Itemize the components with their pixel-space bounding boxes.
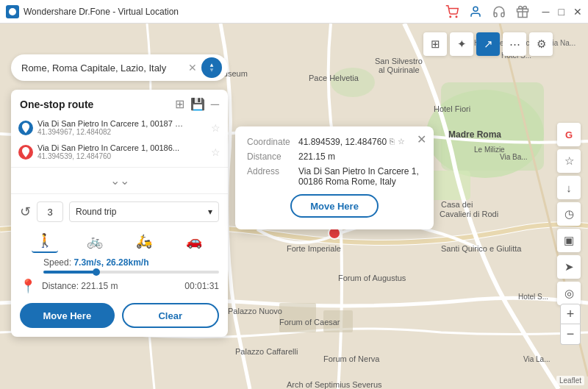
copy-icon[interactable]: ⎘ <box>390 137 395 146</box>
distance-label: Distance <box>247 151 298 162</box>
app-title: Wondershare Dr.Fone - Virtual Location <box>24 7 444 17</box>
titlebar: Wondershare Dr.Fone - Virtual Location ─… <box>0 0 588 24</box>
google-maps-button[interactable]: G <box>557 123 581 146</box>
loop-controls: ↺ 3 Round trip ▾ <box>11 197 228 226</box>
panel-divider-2 <box>11 193 228 194</box>
route-start-star[interactable]: ☆ <box>211 122 220 134</box>
svg-text:Via Ba...: Via Ba... <box>500 153 528 161</box>
route-view-button[interactable]: ↗ <box>476 32 500 56</box>
end-icon <box>18 145 33 160</box>
search-clear-button[interactable]: ✕ <box>188 62 197 74</box>
leaflet-badge: Leaflet <box>556 376 584 385</box>
svg-text:San Silvestro: San Silvestro <box>375 57 423 65</box>
map-toolbar: ⊞ ✦ ↗ ⋯ ⚙ <box>423 32 553 56</box>
svg-text:Palazzo Nuovo: Palazzo Nuovo <box>228 307 282 315</box>
svg-text:Pace Helvetia: Pace Helvetia <box>309 74 359 82</box>
coordinate-text: 41.894539, 12.484760 <box>298 137 387 147</box>
route-end-address: Via Di San Pietro In Carcere 1, 00186... <box>37 143 184 152</box>
coordinate-value: 41.894539, 12.484760 ⎘ ☆ <box>298 137 422 147</box>
panel-copy-icon[interactable]: ⊞ <box>175 97 184 111</box>
favorite-button[interactable]: ☆ <box>557 149 581 173</box>
loop-icon: ↺ <box>20 204 31 220</box>
star-icon[interactable]: ☆ <box>398 137 405 146</box>
navigate-button[interactable]: ➤ <box>557 255 581 279</box>
walk-button[interactable]: 🚶 <box>32 229 58 253</box>
minimize-button[interactable]: ─ <box>542 6 550 18</box>
maximize-button[interactable]: □ <box>559 6 564 18</box>
window-controls[interactable]: ─ □ ✕ <box>542 6 582 18</box>
svg-text:Santi Quirico e Giulitta: Santi Quirico e Giulitta <box>441 244 522 253</box>
move-here-button[interactable]: Move Here <box>20 303 115 328</box>
distance-row: 📍 Distance: 221.15 m 00:01:31 <box>11 275 228 297</box>
panel-title: One-stop route <box>20 99 93 110</box>
history-button[interactable]: ◷ <box>557 202 581 226</box>
map-area[interactable]: San Silvestro al Quirinale Wax Museum Pa… <box>0 24 588 389</box>
zoom-in-button[interactable]: + <box>560 304 581 324</box>
trip-type-select[interactable]: Round trip ▾ <box>69 201 219 222</box>
count-box[interactable]: 3 <box>37 201 63 222</box>
speed-kmh: 26.28km/h <box>106 257 148 268</box>
panel-actions[interactable]: ⊞ 💾 ─ <box>175 97 219 111</box>
path-view-button[interactable]: ⋯ <box>503 32 526 56</box>
clear-button[interactable]: Clear <box>122 303 220 328</box>
download-button[interactable]: ↓ <box>557 176 581 199</box>
popup-distance-row: Distance 221.15 m <box>247 151 422 162</box>
side-toolbar: G ☆ ↓ ◷ ▣ ➤ ◎ <box>557 123 581 305</box>
cart-icon[interactable] <box>444 4 460 20</box>
search-bar[interactable]: Rome, Roma Capitale, Lazio, Italy ✕ <box>11 54 228 81</box>
popup-distance-value: 221.15 m <box>298 151 422 162</box>
bike-button[interactable]: 🚲 <box>82 229 108 253</box>
speed-row: Speed: 7.3m/s, 26.28km/h <box>11 256 228 269</box>
coordinate-label: Coordinate <box>247 137 298 147</box>
svg-point-2 <box>456 16 457 18</box>
grid-view-button[interactable]: ⊞ <box>423 32 447 56</box>
search-go-button[interactable] <box>201 57 222 78</box>
target-button[interactable]: ◎ <box>557 282 581 305</box>
dots-view-button[interactable]: ✦ <box>450 32 473 56</box>
svg-text:Hotel Fiori: Hotel Fiori <box>434 104 470 113</box>
app-icon <box>6 5 19 18</box>
speed-slider-fill <box>43 271 96 274</box>
svg-point-3 <box>473 7 478 11</box>
zoom-controls: + − <box>560 304 581 345</box>
car-button[interactable]: 🚗 <box>181 229 207 253</box>
route-item-start: Via Di San Pietro In Carcere 1, 00187 Ro… <box>11 115 228 140</box>
popup-address-value: Via Di San Pietro In Carcere 1, 00186 Ro… <box>298 166 422 187</box>
route-start-info: Via Di San Pietro In Carcere 1, 00187 Ro… <box>37 119 207 136</box>
route-item-end: Via Di San Pietro In Carcere 1, 00186...… <box>11 140 228 164</box>
address-label: Address <box>247 166 298 187</box>
settings-button[interactable]: ⚙ <box>529 32 553 56</box>
speed-slider-thumb[interactable] <box>93 268 100 276</box>
start-icon <box>18 121 33 135</box>
svg-text:Forum of Nerva: Forum of Nerva <box>323 354 380 363</box>
route-panel: One-stop route ⊞ 💾 ─ Via Di San Pietro I… <box>11 90 228 337</box>
svg-point-0 <box>9 8 16 15</box>
device-button[interactable]: ▣ <box>557 229 581 252</box>
gift-icon[interactable] <box>514 4 531 20</box>
panel-collapse-icon[interactable]: ─ <box>211 98 219 111</box>
popup-close-button[interactable]: ✕ <box>417 132 426 146</box>
headset-icon[interactable] <box>491 4 507 20</box>
close-button[interactable]: ✕ <box>573 6 582 18</box>
route-end-star[interactable]: ☆ <box>211 146 220 158</box>
popup-coordinate-row: Coordinate 41.894539, 12.484760 ⎘ ☆ <box>247 137 422 147</box>
panel-save-icon[interactable]: 💾 <box>190 97 205 111</box>
svg-text:Madre Roma: Madre Roma <box>448 129 501 140</box>
expand-button[interactable]: ⌄⌄ <box>11 171 228 190</box>
user-icon[interactable] <box>467 4 484 20</box>
action-row: Move Here Clear <box>11 297 228 331</box>
speed-slider[interactable] <box>43 271 219 274</box>
location-popup: ✕ Coordinate 41.894539, 12.484760 ⎘ ☆ Di… <box>235 126 434 229</box>
time-text: 00:01:31 <box>184 281 219 291</box>
speed-slider-row[interactable] <box>11 269 228 275</box>
distance-text: Distance: 221.15 m <box>42 281 179 291</box>
route-start-address: Via Di San Pietro In Carcere 1, 00187 Ro… <box>37 119 184 128</box>
svg-point-1 <box>450 16 451 18</box>
zoom-out-button[interactable]: − <box>560 324 581 345</box>
svg-text:Arch of Septimius Severus: Arch of Septimius Severus <box>287 380 382 389</box>
location-pin-icon: 📍 <box>20 278 36 294</box>
popup-move-here-button[interactable]: Move Here <box>290 194 379 218</box>
svg-text:al Quirinale: al Quirinale <box>379 65 420 74</box>
scooter-button[interactable]: 🛵 <box>131 229 157 253</box>
svg-text:Casa dei: Casa dei <box>441 200 473 209</box>
